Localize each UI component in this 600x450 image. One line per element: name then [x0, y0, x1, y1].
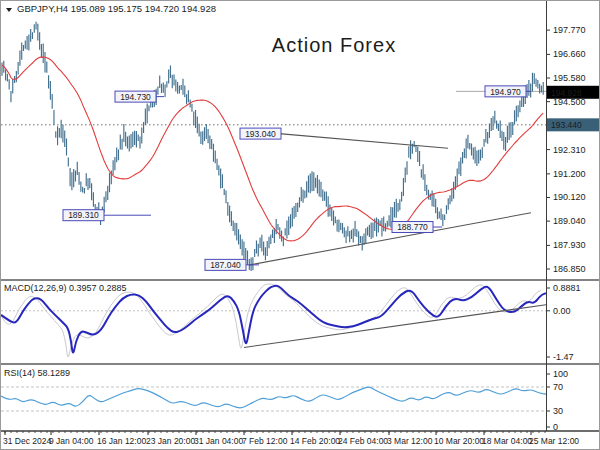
macd-tick-label: 0.8881: [553, 283, 581, 293]
price-tick-label: 187.930: [553, 240, 586, 250]
time-tick-label: 24 Feb 04:00: [338, 436, 388, 446]
price-tick-label: 189.040: [553, 216, 586, 226]
time-tick-label: 9 Jan 04:00: [49, 436, 94, 446]
price-callout-194.730[interactable]: 194.730: [115, 91, 156, 102]
badge-text: 193.440: [551, 120, 582, 130]
price-tick-label: 191.200: [553, 169, 586, 179]
time-tick-label: 7 Feb 12:00: [242, 436, 288, 446]
price-callout-188.770[interactable]: 188.770: [392, 222, 433, 233]
time-tick-label: 31 Jan 04:00: [194, 436, 243, 446]
price-badge-194.928: 194.928: [547, 86, 600, 99]
price-callout-187.040[interactable]: 187.040: [205, 259, 246, 270]
callout-text: 194.970: [490, 87, 521, 97]
time-tick-label: 16 Jan 12:00: [97, 436, 146, 446]
rsi-tick-label: 70: [553, 382, 563, 392]
price-callout-193.040[interactable]: 193.040: [240, 128, 281, 139]
rsi-tick-label: 30: [553, 406, 563, 416]
price-callout-194.970[interactable]: 194.970: [485, 86, 526, 97]
rsi-indicator-label: RSI(14) 58.1289: [4, 368, 70, 378]
price-tick-label: 192.310: [553, 145, 586, 155]
symbol-ohlc-title: GBPJPY,H4 195.089 195.175 194.720 194.92…: [17, 3, 216, 14]
callout-text: 188.770: [397, 222, 428, 232]
time-tick-label: 3 Mar 12:00: [387, 436, 433, 446]
macd-indicator-label: MACD(12,26,9) 0.3957 0.2885: [4, 283, 127, 293]
callout-text: 187.040: [210, 260, 241, 270]
time-tick-label: 18 Mar 04:00: [482, 436, 532, 446]
callout-text: 189.310: [68, 210, 99, 220]
time-tick-label: 31 Dec 2024: [3, 436, 51, 446]
time-tick-label: 10 Mar 20:00: [434, 436, 484, 446]
price-callout-189.310[interactable]: 189.310: [63, 210, 104, 221]
time-tick-label: 25 Mar 12:00: [529, 436, 579, 446]
chart-window: Action Forex 194.730193.040189.310187.04…: [0, 0, 600, 450]
price-tick-label: 197.770: [553, 25, 586, 35]
price-tick-label: 195.580: [553, 73, 586, 83]
rsi-tick-label: 100: [553, 369, 568, 379]
time-tick-label: 14 Feb 20:00: [290, 436, 340, 446]
time-tick-label: 23 Jan 20:00: [146, 436, 195, 446]
macd-tick-label: 0.00: [553, 306, 571, 316]
macd-tick-label: -1.47: [553, 352, 574, 362]
chart-watermark: Action Forex: [272, 34, 396, 56]
price-tick-label: 186.850: [553, 264, 586, 274]
callout-text: 194.730: [120, 92, 151, 102]
price-tick-label: 196.660: [553, 49, 586, 59]
price-tick-label: 190.120: [553, 192, 586, 202]
callout-text: 193.040: [245, 129, 276, 139]
chart-background: [1, 1, 600, 450]
badge-text: 194.928: [551, 88, 582, 98]
price-badge-193.440: 193.440: [547, 118, 600, 131]
